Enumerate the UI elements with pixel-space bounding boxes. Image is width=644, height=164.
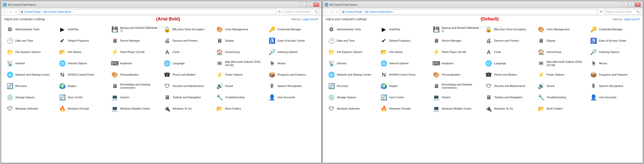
control-item[interactable]: 🎨Personalization <box>109 70 161 80</box>
control-item[interactable]: 📁File Explorer Options <box>4 47 56 58</box>
right-path-all[interactable]: All Control Panel Items <box>365 10 392 13</box>
control-item[interactable]: 📡Infrared <box>326 58 378 69</box>
right-search-box[interactable]: Search Control Panel 🔍 <box>604 9 641 14</box>
right-close-btn[interactable]: ✕ <box>635 2 641 7</box>
control-item[interactable]: 🔥Windows Firewall <box>56 103 108 114</box>
control-item[interactable]: 🌐Language <box>483 58 535 69</box>
left-forward-btn[interactable]: → <box>8 10 12 14</box>
control-item[interactable]: 🔄Sync Center <box>378 92 430 103</box>
control-item[interactable]: NNVIDIA Control Panel <box>56 70 108 80</box>
control-item[interactable]: 📂Work Folders <box>214 103 266 114</box>
left-search-icon[interactable]: 🔍 <box>314 10 318 13</box>
right-content-area[interactable]: TenForums.com ⚙Administrative Tools▶Auto… <box>323 22 643 163</box>
control-item[interactable]: 🖥Taskbar and Navigation <box>162 92 213 103</box>
control-item[interactable]: 🖥Device Manager <box>431 35 482 46</box>
left-path-all[interactable]: All Control Panel Items <box>44 10 71 13</box>
control-item[interactable]: ✔Default Programs <box>378 35 430 46</box>
right-view-dropdown[interactable]: Large icons ▾ <box>624 17 640 21</box>
control-item[interactable]: 🌐Internet Options <box>56 58 108 69</box>
control-item[interactable]: 🔧Troubleshooting <box>214 92 266 103</box>
control-item[interactable]: 📡Infrared <box>4 58 56 69</box>
left-address-path[interactable]: ⊞ Control Panel › All Control Panel Item… <box>19 9 276 14</box>
control-item[interactable]: 🖥RemoteApp and Desktop Connections <box>109 81 161 92</box>
control-item[interactable]: ⚡Power Options <box>535 70 587 80</box>
control-item[interactable]: ⚡Flash Player (32-bit) <box>109 47 161 58</box>
control-item[interactable]: 💻System <box>109 92 161 103</box>
left-content-area[interactable]: TenForums.com ⚙Administrative Tools▶Auto… <box>1 22 321 163</box>
control-item[interactable]: 📂File History <box>56 47 108 58</box>
control-item[interactable]: 🏠HomeGroup <box>214 47 266 58</box>
control-item[interactable]: 🖥RemoteApp and Desktop Connections <box>431 81 482 92</box>
right-search-icon[interactable]: 🔍 <box>636 10 640 13</box>
control-item[interactable]: 📁File Explorer Options <box>326 47 378 58</box>
right-forward-btn[interactable]: → <box>330 10 334 14</box>
control-item[interactable]: 📦Programs and Features <box>266 70 318 80</box>
control-item[interactable]: AFonts <box>483 47 535 58</box>
left-view-dropdown[interactable]: Large icons ▾ <box>302 17 318 21</box>
control-item[interactable]: 🔑Credential Manager <box>588 24 640 35</box>
control-item[interactable]: 🔌Windows To Go <box>162 103 213 114</box>
control-item[interactable]: 🖨Devices and Printers <box>483 35 535 46</box>
control-item[interactable]: ✉Mail (Microsoft Outlook 2016) (32-bit) <box>535 58 587 69</box>
control-item[interactable]: 🔄Recovery <box>4 81 56 92</box>
control-item[interactable]: 🌐Network and Sharing Center <box>4 70 56 80</box>
control-item[interactable]: 💻Windows Mobility Center <box>109 103 161 114</box>
control-item[interactable]: ▶AutoPlay <box>56 24 108 35</box>
control-item[interactable]: 🖥Display <box>214 35 266 46</box>
control-item[interactable]: 🖥Device Manager <box>109 35 161 46</box>
control-item[interactable]: 👤User Accounts <box>266 92 318 103</box>
right-path-cp[interactable]: Control Panel <box>346 10 362 13</box>
control-item[interactable]: 🖥Taskbar and Navigation <box>483 92 535 103</box>
control-item[interactable]: 🔒BitLocker Drive Encryption <box>162 24 213 35</box>
control-item[interactable]: 🌐Network and Sharing Center <box>326 70 378 80</box>
control-item[interactable]: NNVIDIA Control Panel <box>378 70 430 80</box>
control-item[interactable]: 🖨Devices and Printers <box>162 35 213 46</box>
control-item[interactable]: 🔊Sound <box>535 81 587 92</box>
control-item[interactable]: 💻System <box>431 92 482 103</box>
left-search-box[interactable]: Search Control Panel 🔍 <box>283 9 320 14</box>
right-maximize-btn[interactable]: □ <box>628 2 634 7</box>
right-refresh-btn[interactable]: ↻ <box>599 10 603 14</box>
control-item[interactable]: 🔧Troubleshooting <box>535 92 587 103</box>
control-item[interactable]: 💻Windows Mobility Center <box>431 103 482 114</box>
control-item[interactable]: 🔄Recovery <box>326 81 378 92</box>
control-item[interactable]: ✔Default Programs <box>56 35 108 46</box>
control-item[interactable]: 🛡Windows Defender <box>4 103 56 114</box>
control-item[interactable]: ✉Mail (Microsoft Outlook 2016) (32-bit) <box>214 58 266 69</box>
control-item[interactable]: 🔊Sound <box>214 81 266 92</box>
control-item[interactable]: 🛡Security and Maintenance <box>483 81 535 92</box>
right-up-btn[interactable]: ↑ <box>335 10 340 14</box>
control-item[interactable]: ⚡Power Options <box>214 70 266 80</box>
control-item[interactable]: 💿Storage Spaces <box>326 92 378 103</box>
control-item[interactable]: 🛡Windows Defender <box>326 103 378 114</box>
control-item[interactable]: 🖥Display <box>535 35 587 46</box>
control-item[interactable]: ☎Phone and Modem <box>483 70 535 80</box>
control-item[interactable]: 🎨Color Management <box>535 24 587 35</box>
control-item[interactable]: 🌐Language <box>162 58 213 69</box>
control-item[interactable]: 💿Storage Spaces <box>4 92 56 103</box>
control-item[interactable]: 🌍Region <box>56 81 108 92</box>
control-item[interactable]: ⚡Flash Player (32-bit) <box>431 47 482 58</box>
control-item[interactable]: 🎨Color Management <box>214 24 266 35</box>
control-item[interactable]: 🔎Indexing Options <box>266 47 318 58</box>
control-item[interactable]: 🔑Credential Manager <box>266 24 318 35</box>
control-item[interactable]: 🌐Internet Options <box>378 58 430 69</box>
right-address-path[interactable]: ⊞ Control Panel › All Control Panel Item… <box>340 9 598 14</box>
control-item[interactable]: 🎙Speech Recognition <box>266 81 318 92</box>
control-item[interactable]: 🌍Region <box>378 81 430 92</box>
control-item[interactable]: 🔎Indexing Options <box>588 47 640 58</box>
control-item[interactable]: 🔄Sync Center <box>56 92 108 103</box>
control-item[interactable]: ♿Ease of Access Center <box>588 35 640 46</box>
control-item[interactable]: 🎨Personalization <box>431 70 482 80</box>
left-maximize-btn[interactable]: □ <box>307 2 313 7</box>
control-item[interactable]: 🖱Mouse <box>588 58 640 69</box>
control-item[interactable]: 🕐Date and Time <box>4 35 56 46</box>
control-item[interactable]: 💾Backup and Restore (Windows 7) <box>109 24 161 35</box>
right-back-btn[interactable]: ← <box>324 10 329 14</box>
left-minimize-btn[interactable]: ─ <box>300 2 306 7</box>
control-item[interactable]: 📂File History <box>378 47 430 58</box>
control-item[interactable]: 🔥Windows Firewall <box>378 103 430 114</box>
right-minimize-btn[interactable]: ─ <box>622 2 628 7</box>
control-item[interactable]: ♿Ease of Access Center <box>266 35 318 46</box>
control-item[interactable]: AFonts <box>162 47 213 58</box>
